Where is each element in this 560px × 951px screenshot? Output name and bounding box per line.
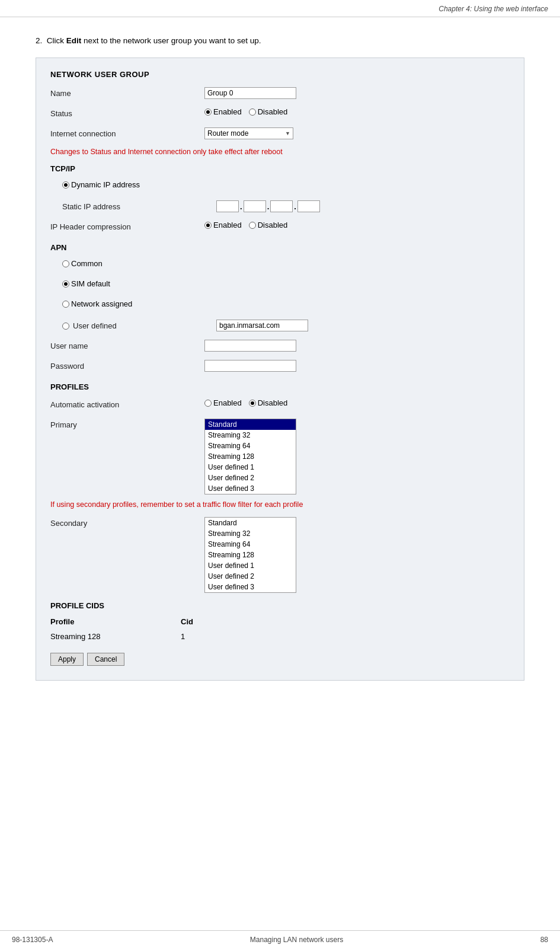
password-row: Password	[50, 360, 510, 374]
profile-table-header: Profile Cid	[50, 617, 510, 630]
static-ip-row: Static IP address . . .	[50, 200, 510, 215]
apn-common-label: Common	[71, 259, 103, 268]
apn-network-control: Network assigned	[62, 299, 510, 308]
dynamic-ip-row: Dynamic IP address	[50, 180, 510, 194]
ip-octet-4[interactable]	[297, 200, 320, 212]
ip-header-control: Enabled Disabled	[204, 221, 510, 229]
internet-connection-row: Internet connection Router mode ▼	[50, 127, 510, 142]
apn-user-defined-control	[216, 320, 510, 331]
apply-button[interactable]: Apply	[50, 653, 84, 666]
ip-header-disabled-option[interactable]: Disabled	[249, 221, 288, 229]
primary-listbox-item[interactable]: Standard	[205, 419, 296, 430]
profiles-title: PROFILES	[50, 382, 510, 391]
apn-user-defined-label: User defined	[62, 320, 216, 330]
footer-center: Managing LAN network users	[250, 936, 343, 944]
status-enabled-radio[interactable]	[204, 108, 212, 116]
apn-user-defined-input[interactable]	[216, 320, 308, 331]
user-name-input[interactable]	[204, 340, 296, 352]
auto-disabled-radio[interactable]	[249, 400, 256, 407]
status-enabled-option[interactable]: Enabled	[204, 107, 242, 116]
primary-listbox-item[interactable]: User defined 1	[205, 462, 296, 473]
select-arrow-icon: ▼	[285, 130, 290, 136]
dynamic-ip-radio[interactable]	[62, 181, 69, 189]
internet-connection-control: Router mode ▼	[204, 127, 510, 139]
name-input[interactable]	[204, 87, 296, 99]
user-name-label: User name	[50, 340, 204, 350]
user-name-row: User name	[50, 340, 510, 354]
secondary-listbox-item[interactable]: Standard	[205, 518, 296, 528]
dynamic-ip-option[interactable]: Dynamic IP address	[62, 180, 140, 189]
secondary-listbox-item[interactable]: User defined 3	[205, 582, 296, 592]
main-content: 2. Click Edit next to the network user g…	[0, 17, 560, 704]
page-footer: 98-131305-A Managing LAN network users 8…	[0, 930, 560, 944]
static-ip-control: . . .	[216, 200, 510, 212]
auto-disabled-option[interactable]: Disabled	[249, 398, 288, 407]
primary-listbox-item[interactable]: Streaming 32	[205, 430, 296, 441]
name-control	[204, 87, 510, 99]
apn-common-radio[interactable]	[62, 260, 69, 267]
apn-common-option[interactable]: Common	[62, 259, 103, 268]
secondary-listbox[interactable]: StandardStreaming 32Streaming 64Streamin…	[204, 517, 296, 593]
cancel-button[interactable]: Cancel	[87, 653, 124, 666]
status-radio-group: Enabled Disabled	[204, 107, 287, 116]
internet-connection-label: Internet connection	[50, 127, 204, 138]
secondary-listbox-item[interactable]: Streaming 64	[205, 539, 296, 550]
ip-header-disabled-radio[interactable]	[249, 222, 256, 229]
primary-listbox-item[interactable]: Streaming 64	[205, 441, 296, 451]
apn-network-radio[interactable]	[62, 301, 69, 308]
ip-header-enabled-option[interactable]: Enabled	[204, 221, 242, 229]
status-disabled-option[interactable]: Disabled	[249, 107, 288, 116]
primary-listbox-item[interactable]: User defined 2	[205, 473, 296, 483]
name-row: Name	[50, 87, 510, 101]
secondary-row: Secondary StandardStreaming 32Streaming …	[50, 517, 510, 593]
ip-header-enabled-radio[interactable]	[204, 222, 212, 229]
name-label: Name	[50, 87, 204, 98]
dynamic-ip-control: Dynamic IP address	[62, 180, 510, 189]
secondary-control: StandardStreaming 32Streaming 64Streamin…	[204, 517, 510, 593]
apn-sim-radio[interactable]	[62, 280, 69, 288]
status-disabled-radio[interactable]	[249, 108, 256, 116]
apn-sim-option[interactable]: SIM default	[62, 279, 110, 288]
ip-octet-3[interactable]	[270, 200, 293, 212]
auto-enabled-label: Enabled	[213, 398, 242, 407]
profile-table: Profile Cid Streaming 128 1	[50, 617, 510, 643]
ip-octet-2[interactable]	[244, 200, 266, 212]
status-enabled-label: Enabled	[213, 107, 242, 116]
status-row: Status Enabled Disabled	[50, 107, 510, 122]
apn-network-option[interactable]: Network assigned	[62, 299, 132, 308]
cid-col-header: Cid	[181, 617, 240, 626]
internet-select[interactable]: Router mode ▼	[204, 127, 293, 139]
auto-enabled-radio[interactable]	[204, 400, 212, 407]
primary-listbox-item[interactable]: User defined 3	[205, 483, 296, 494]
secondary-listbox-item[interactable]: Streaming 128	[205, 550, 296, 560]
secondary-label: Secondary	[50, 517, 204, 528]
secondary-warning: If using secondary profiles, remember to…	[50, 500, 510, 509]
secondary-listbox-item[interactable]: User defined 1	[205, 560, 296, 571]
ip-header-row: IP Header compression Enabled Disabled	[50, 221, 510, 235]
auto-enabled-option[interactable]: Enabled	[204, 398, 242, 407]
ip-header-disabled-label: Disabled	[258, 221, 288, 229]
ip-fields: . . .	[216, 200, 320, 212]
ip-octet-1[interactable]	[216, 200, 239, 212]
reboot-warning: Changes to Status and Internet connectio…	[50, 148, 510, 156]
primary-listbox-item[interactable]: Streaming 128	[205, 451, 296, 462]
profile-cids-title: PROFILE CIDS	[50, 601, 510, 610]
status-disabled-label: Disabled	[258, 107, 288, 116]
ip-header-label: IP Header compression	[50, 221, 204, 231]
auto-activation-radio-group: Enabled Disabled	[204, 398, 287, 407]
apn-sim-label: SIM default	[71, 279, 110, 288]
secondary-listbox-item[interactable]: User defined 2	[205, 571, 296, 582]
secondary-listbox-item[interactable]: Streaming 32	[205, 528, 296, 539]
static-ip-label: Static IP address	[62, 200, 216, 211]
status-control: Enabled Disabled	[204, 107, 510, 116]
password-label: Password	[50, 360, 204, 371]
apn-network-label: Network assigned	[71, 299, 132, 308]
profile-name-cell: Streaming 128	[50, 632, 181, 641]
apn-user-defined-radio[interactable]	[62, 323, 69, 330]
header-text: Chapter 4: Using the web interface	[439, 5, 548, 13]
section-title: NETWORK USER GROUP	[50, 70, 510, 79]
password-input[interactable]	[204, 360, 296, 372]
ip-header-radio-group: Enabled Disabled	[204, 221, 287, 229]
primary-listbox[interactable]: StandardStreaming 32Streaming 64Streamin…	[204, 419, 296, 494]
network-user-group-panel: NETWORK USER GROUP Name Status Enabled	[36, 58, 524, 681]
